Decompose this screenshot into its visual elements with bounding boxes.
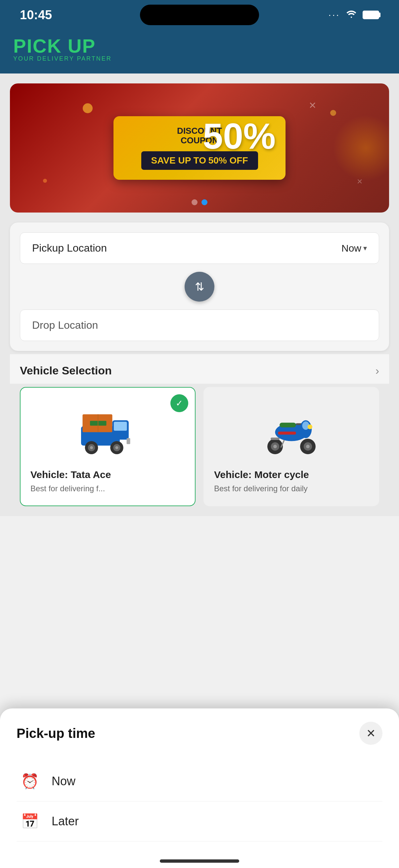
- logo-subtitle: YOUR DELIVERY PARTNER: [13, 56, 386, 62]
- now-option-label: Now: [52, 774, 75, 788]
- svg-rect-5: [114, 422, 127, 431]
- chevron-down-icon: ▾: [363, 244, 367, 253]
- vehicle-card-motorcycle[interactable]: Vehicle: Moter cycle Best for delivering…: [203, 387, 379, 506]
- status-time: 10:45: [20, 8, 52, 22]
- sheet-title: Pick-up time: [16, 726, 95, 741]
- time-option-later[interactable]: 📅 Later: [16, 802, 383, 841]
- clock-icon: ⏰: [20, 771, 40, 791]
- svg-rect-12: [126, 438, 130, 444]
- drop-location-input[interactable]: Drop Location: [20, 310, 379, 341]
- vehicle-name-motorcycle: Vehicle: Moter cycle: [214, 469, 369, 480]
- now-label[interactable]: Now ▾: [341, 243, 367, 254]
- vehicle-image-motorcycle: [214, 398, 369, 464]
- banner-indicators: [192, 199, 207, 205]
- calendar-icon: 📅: [20, 811, 40, 831]
- banner-indicator-2: [201, 199, 207, 205]
- truck-icon: [78, 404, 138, 457]
- close-icon: ✕: [366, 726, 375, 740]
- coupon-box: DISCOUNTCOUPON 50% SAVE UP TO 50% OFF: [113, 116, 286, 179]
- wifi-icon: [345, 9, 357, 21]
- off-text: OFF: [230, 155, 248, 165]
- pickup-location-input[interactable]: Pickup Location Now ▾: [20, 232, 379, 264]
- vehicle-desc-motorcycle: Best for delivering for daily: [214, 483, 369, 494]
- svg-point-8: [90, 446, 93, 449]
- svg-rect-20: [278, 432, 296, 435]
- close-sheet-button[interactable]: ✕: [359, 722, 383, 745]
- discount-percent: 50%: [203, 120, 275, 152]
- svg-point-19: [307, 425, 312, 429]
- vehicle-image-tata-ace: [30, 398, 185, 464]
- status-bar: 10:45 ···: [0, 0, 399, 30]
- status-icons: ···: [329, 9, 379, 21]
- later-option-label: Later: [52, 814, 79, 828]
- swap-icon: ⇅: [195, 281, 204, 292]
- sheet-header: Pick-up time ✕: [16, 722, 383, 745]
- svg-point-23: [273, 444, 277, 448]
- bottom-sheet-overlay: Pick-up time ✕ ⏰ Now 📅 Later: [0, 650, 399, 868]
- drop-location-text: Drop Location: [32, 319, 98, 331]
- vehicle-desc-tata-ace: Best for delivering f...: [30, 483, 185, 494]
- svg-rect-14: [279, 423, 296, 427]
- selected-check-badge: ✓: [170, 394, 188, 412]
- chevron-right-icon: ›: [375, 364, 379, 377]
- location-card: Pickup Location Now ▾ ⇅ Drop Location: [10, 222, 389, 351]
- vehicle-selection-section[interactable]: Vehicle Selection ›: [10, 354, 389, 384]
- vehicle-name-tata-ace: Vehicle: Tata Ace: [30, 469, 185, 480]
- swap-locations-button[interactable]: ⇅: [185, 272, 214, 302]
- logo-text: PICK UP: [13, 36, 386, 56]
- battery-icon: [363, 10, 379, 19]
- time-option-now[interactable]: ⏰ Now: [16, 762, 383, 802]
- scooter-icon: [262, 404, 321, 457]
- vehicle-card-tata-ace[interactable]: ✓: [20, 387, 196, 506]
- vehicle-cards-container: ✓: [10, 387, 389, 516]
- svg-point-26: [306, 444, 310, 448]
- banner-indicator-1: [192, 199, 198, 205]
- svg-rect-27: [271, 438, 279, 440]
- notch: [140, 5, 259, 25]
- home-indicator: [160, 859, 239, 863]
- main-content: ✕ ✕ DISCOUNTCOUPON 50% SAVE UP TO 50% OF…: [0, 73, 399, 516]
- pickup-location-text: Pickup Location: [32, 242, 107, 254]
- signal-icon: ···: [329, 9, 340, 20]
- vehicle-selection-title: Vehicle Selection: [20, 364, 112, 377]
- app-logo: PICK UP YOUR DELIVERY PARTNER: [13, 36, 386, 62]
- swap-container: ⇅: [20, 272, 379, 302]
- app-header: PICK UP YOUR DELIVERY PARTNER: [0, 30, 399, 73]
- promo-banner: ✕ ✕ DISCOUNTCOUPON 50% SAVE UP TO 50% OF…: [10, 84, 389, 213]
- svg-point-11: [115, 446, 118, 449]
- save-text: SAVE UP TO: [151, 155, 206, 165]
- pickup-time-bottom-sheet: Pick-up time ✕ ⏰ Now 📅 Later: [0, 708, 399, 868]
